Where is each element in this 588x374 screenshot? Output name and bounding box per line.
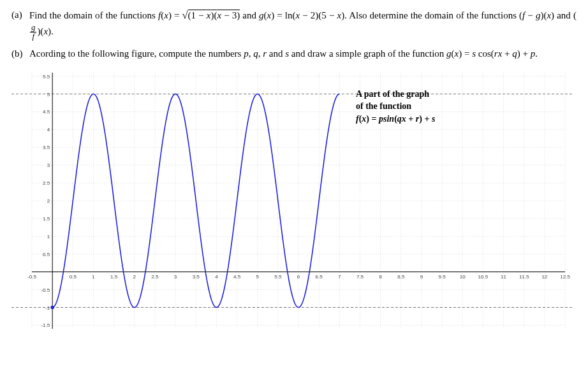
svg-text:4: 4	[215, 273, 218, 279]
svg-text:0.5: 0.5	[43, 252, 50, 257]
text: . Also determine the domain of the funct…	[344, 10, 519, 20]
problem-a-label: (a)	[11, 8, 29, 40]
svg-text:9.5: 9.5	[439, 273, 446, 279]
svg-text:8.5: 8.5	[397, 273, 405, 279]
text: .	[535, 48, 538, 59]
legend-title2: of the function	[356, 100, 509, 113]
svg-text:1: 1	[92, 273, 95, 279]
svg-text:5.5: 5.5	[43, 73, 50, 79]
svg-text:-0.5: -0.5	[27, 273, 36, 279]
legend-title: A part of the graph	[356, 88, 509, 101]
math-g: g	[259, 10, 264, 20]
svg-text:5.5: 5.5	[274, 273, 282, 279]
svg-text:2.5: 2.5	[151, 273, 159, 279]
svg-text:1: 1	[47, 234, 50, 240]
text: and	[267, 48, 285, 59]
svg-text:6: 6	[297, 273, 300, 279]
svg-text:4.5: 4.5	[43, 109, 50, 115]
problem-b-body: Acording to the following figure, comput…	[29, 47, 577, 61]
svg-text:6.5: 6.5	[316, 273, 323, 279]
svg-text:2: 2	[133, 273, 136, 279]
svg-text:7: 7	[338, 273, 341, 279]
text: Acording to the following figure, comput…	[29, 48, 244, 59]
svg-text:-0.5: -0.5	[41, 287, 50, 292]
svg-text:2: 2	[47, 198, 50, 204]
svg-text:10.5: 10.5	[478, 273, 489, 279]
text: and	[554, 10, 573, 20]
problem-b: (b) Acording to the following figure, co…	[11, 47, 577, 61]
svg-text:10: 10	[460, 273, 466, 279]
chart-container: -0.50.511.522.533.544.555.566.577.588.59…	[11, 68, 573, 342]
svg-text:3.5: 3.5	[43, 145, 50, 150]
svg-text:4: 4	[47, 127, 50, 133]
svg-text:8: 8	[379, 273, 382, 279]
legend-func: f(x) = psin(qx + r) + s	[356, 113, 509, 126]
chart-legend: A part of the graph of the function f(x)…	[356, 88, 509, 126]
svg-text:4.5: 4.5	[233, 273, 241, 279]
problem-a-body: Find the domain of the functions f(x) = …	[29, 8, 577, 40]
svg-text:11: 11	[501, 273, 506, 279]
problem-a: (a) Find the domain of the functions f(x…	[11, 8, 577, 40]
svg-text:7.5: 7.5	[356, 273, 364, 279]
text: .	[51, 25, 54, 36]
svg-text:12: 12	[541, 273, 547, 279]
svg-text:0.5: 0.5	[70, 273, 77, 279]
text: and draw a simple graph of the function	[289, 48, 446, 59]
text: Find the domain of the functions	[29, 10, 158, 20]
svg-point-86	[50, 305, 54, 309]
svg-text:1.5: 1.5	[110, 273, 118, 279]
svg-text:-1.5: -1.5	[41, 322, 50, 328]
svg-text:3.5: 3.5	[193, 273, 200, 279]
svg-text:-1: -1	[45, 305, 50, 310]
svg-text:2.5: 2.5	[43, 180, 50, 186]
problem-b-label: (b)	[11, 47, 29, 61]
svg-text:3: 3	[47, 162, 50, 168]
svg-text:3: 3	[174, 273, 177, 279]
svg-text:12.5: 12.5	[560, 273, 570, 279]
svg-text:11.5: 11.5	[519, 273, 529, 279]
math-f: f	[158, 10, 161, 20]
svg-text:1.5: 1.5	[43, 216, 50, 222]
text: and	[242, 10, 259, 20]
svg-text:5: 5	[256, 273, 259, 279]
svg-text:9: 9	[420, 273, 423, 279]
svg-text:5: 5	[47, 91, 50, 97]
